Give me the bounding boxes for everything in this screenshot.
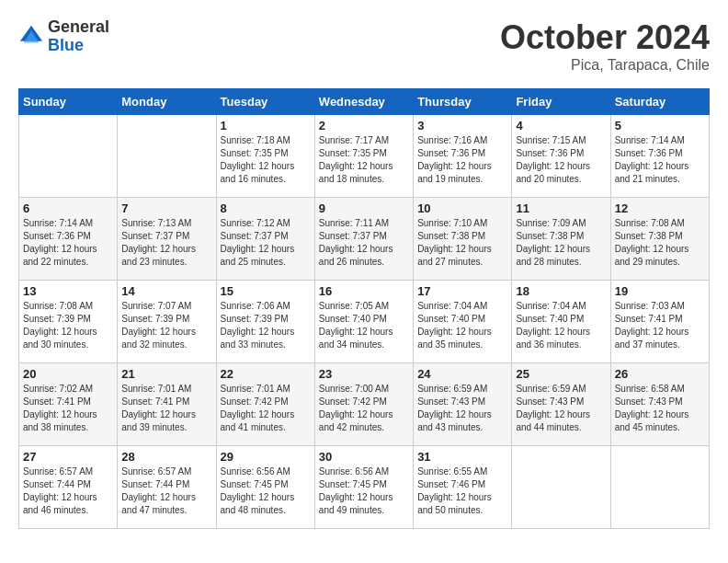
day-info: Sunrise: 7:17 AMSunset: 7:35 PMDaylight:… <box>319 134 409 186</box>
weekday-header-tuesday: Tuesday <box>216 89 314 115</box>
day-info: Sunrise: 7:14 AMSunset: 7:36 PMDaylight:… <box>615 134 705 186</box>
day-number: 5 <box>615 119 705 132</box>
calendar-cell: 16Sunrise: 7:05 AMSunset: 7:40 PMDayligh… <box>314 281 413 363</box>
day-number: 29 <box>221 450 311 464</box>
day-number: 17 <box>417 284 507 298</box>
day-info: Sunrise: 7:01 AMSunset: 7:41 PMDaylight:… <box>121 383 211 434</box>
day-info: Sunrise: 7:04 AMSunset: 7:40 PMDaylight:… <box>516 300 606 351</box>
calendar-week-4: 20Sunrise: 7:02 AMSunset: 7:41 PMDayligh… <box>19 363 710 446</box>
calendar-cell: 28Sunrise: 6:57 AMSunset: 7:44 PMDayligh… <box>118 446 216 529</box>
day-info: Sunrise: 7:03 AMSunset: 7:41 PMDaylight:… <box>615 300 705 351</box>
weekday-header-thursday: Thursday <box>414 89 512 115</box>
day-number: 3 <box>417 119 507 132</box>
day-number: 13 <box>23 284 113 298</box>
day-info: Sunrise: 7:16 AMSunset: 7:36 PMDaylight:… <box>417 134 507 186</box>
calendar-cell <box>19 115 118 198</box>
logo-text: General Blue <box>48 18 109 55</box>
calendar-cell: 23Sunrise: 7:00 AMSunset: 7:42 PMDayligh… <box>314 363 413 446</box>
calendar-cell: 3Sunrise: 7:16 AMSunset: 7:36 PMDaylight… <box>414 115 512 198</box>
day-number: 30 <box>319 450 409 464</box>
day-number: 25 <box>516 367 606 381</box>
day-number: 22 <box>221 367 311 381</box>
day-info: Sunrise: 7:14 AMSunset: 7:36 PMDaylight:… <box>23 217 113 269</box>
day-number: 2 <box>319 119 409 132</box>
calendar-week-2: 6Sunrise: 7:14 AMSunset: 7:36 PMDaylight… <box>19 198 710 281</box>
calendar-cell: 1Sunrise: 7:18 AMSunset: 7:35 PMDaylight… <box>216 115 314 198</box>
day-number: 4 <box>516 119 606 132</box>
calendar-cell <box>512 446 610 529</box>
day-number: 8 <box>221 201 311 215</box>
calendar-cell: 15Sunrise: 7:06 AMSunset: 7:39 PMDayligh… <box>216 281 314 363</box>
weekday-header-friday: Friday <box>512 89 610 115</box>
day-number: 6 <box>23 201 113 215</box>
day-number: 24 <box>417 367 507 381</box>
weekday-header-monday: Monday <box>118 89 216 115</box>
day-info: Sunrise: 7:02 AMSunset: 7:41 PMDaylight:… <box>23 383 113 434</box>
calendar-cell: 6Sunrise: 7:14 AMSunset: 7:36 PMDaylight… <box>19 198 118 281</box>
calendar-week-3: 13Sunrise: 7:08 AMSunset: 7:39 PMDayligh… <box>19 281 710 363</box>
day-number: 20 <box>23 367 113 381</box>
logo-general: General <box>48 18 109 37</box>
day-info: Sunrise: 7:07 AMSunset: 7:39 PMDaylight:… <box>121 300 211 351</box>
day-info: Sunrise: 7:06 AMSunset: 7:39 PMDaylight:… <box>221 300 311 351</box>
day-number: 12 <box>615 201 705 215</box>
calendar-cell: 8Sunrise: 7:12 AMSunset: 7:37 PMDaylight… <box>216 198 314 281</box>
day-info: Sunrise: 7:13 AMSunset: 7:37 PMDaylight:… <box>121 217 211 269</box>
weekday-header-wednesday: Wednesday <box>314 89 413 115</box>
day-number: 27 <box>23 450 113 464</box>
day-number: 21 <box>121 367 211 381</box>
weekday-header-row: SundayMondayTuesdayWednesdayThursdayFrid… <box>19 89 710 115</box>
day-info: Sunrise: 6:55 AMSunset: 7:46 PMDaylight:… <box>417 465 507 517</box>
calendar-cell: 4Sunrise: 7:15 AMSunset: 7:36 PMDaylight… <box>512 115 610 198</box>
location-subtitle: Pica, Tarapaca, Chile <box>500 57 710 74</box>
day-info: Sunrise: 7:10 AMSunset: 7:38 PMDaylight:… <box>417 217 507 269</box>
day-number: 1 <box>221 119 311 132</box>
calendar-week-1: 1Sunrise: 7:18 AMSunset: 7:35 PMDaylight… <box>19 115 710 198</box>
day-info: Sunrise: 7:05 AMSunset: 7:40 PMDaylight:… <box>319 300 409 351</box>
day-info: Sunrise: 6:57 AMSunset: 7:44 PMDaylight:… <box>121 465 211 517</box>
title-block: October 2024 Pica, Tarapaca, Chile <box>500 18 710 74</box>
month-title: October 2024 <box>500 18 710 57</box>
calendar-cell: 31Sunrise: 6:55 AMSunset: 7:46 PMDayligh… <box>414 446 512 529</box>
calendar-cell: 7Sunrise: 7:13 AMSunset: 7:37 PMDaylight… <box>118 198 216 281</box>
day-number: 31 <box>417 450 507 464</box>
weekday-header-sunday: Sunday <box>19 89 118 115</box>
calendar-cell <box>118 115 216 198</box>
day-number: 18 <box>516 284 606 298</box>
calendar-cell: 17Sunrise: 7:04 AMSunset: 7:40 PMDayligh… <box>414 281 512 363</box>
day-info: Sunrise: 7:18 AMSunset: 7:35 PMDaylight:… <box>221 134 311 186</box>
calendar-cell: 24Sunrise: 6:59 AMSunset: 7:43 PMDayligh… <box>414 363 512 446</box>
day-info: Sunrise: 6:59 AMSunset: 7:43 PMDaylight:… <box>417 383 507 434</box>
calendar-cell: 9Sunrise: 7:11 AMSunset: 7:37 PMDaylight… <box>314 198 413 281</box>
logo-blue: Blue <box>48 37 109 55</box>
day-info: Sunrise: 7:12 AMSunset: 7:37 PMDaylight:… <box>221 217 311 269</box>
calendar-cell: 30Sunrise: 6:56 AMSunset: 7:45 PMDayligh… <box>314 446 413 529</box>
calendar-cell: 11Sunrise: 7:09 AMSunset: 7:38 PMDayligh… <box>512 198 610 281</box>
calendar-cell: 21Sunrise: 7:01 AMSunset: 7:41 PMDayligh… <box>118 363 216 446</box>
calendar-cell: 19Sunrise: 7:03 AMSunset: 7:41 PMDayligh… <box>610 281 709 363</box>
calendar-cell: 5Sunrise: 7:14 AMSunset: 7:36 PMDaylight… <box>610 115 709 198</box>
calendar-cell: 29Sunrise: 6:56 AMSunset: 7:45 PMDayligh… <box>216 446 314 529</box>
day-number: 10 <box>417 201 507 215</box>
day-number: 19 <box>615 284 705 298</box>
calendar-cell: 13Sunrise: 7:08 AMSunset: 7:39 PMDayligh… <box>19 281 118 363</box>
day-info: Sunrise: 6:57 AMSunset: 7:44 PMDaylight:… <box>23 465 113 517</box>
day-info: Sunrise: 7:01 AMSunset: 7:42 PMDaylight:… <box>221 383 311 434</box>
day-info: Sunrise: 6:58 AMSunset: 7:43 PMDaylight:… <box>615 383 705 434</box>
day-info: Sunrise: 6:56 AMSunset: 7:45 PMDaylight:… <box>221 465 311 517</box>
day-info: Sunrise: 6:56 AMSunset: 7:45 PMDaylight:… <box>319 465 409 517</box>
calendar-cell: 22Sunrise: 7:01 AMSunset: 7:42 PMDayligh… <box>216 363 314 446</box>
calendar-cell: 26Sunrise: 6:58 AMSunset: 7:43 PMDayligh… <box>610 363 709 446</box>
calendar-week-5: 27Sunrise: 6:57 AMSunset: 7:44 PMDayligh… <box>19 446 710 529</box>
calendar-cell: 10Sunrise: 7:10 AMSunset: 7:38 PMDayligh… <box>414 198 512 281</box>
calendar-cell: 12Sunrise: 7:08 AMSunset: 7:38 PMDayligh… <box>610 198 709 281</box>
day-number: 23 <box>319 367 409 381</box>
logo-icon <box>18 24 44 50</box>
day-number: 28 <box>121 450 211 464</box>
calendar-cell: 25Sunrise: 6:59 AMSunset: 7:43 PMDayligh… <box>512 363 610 446</box>
calendar-cell: 20Sunrise: 7:02 AMSunset: 7:41 PMDayligh… <box>19 363 118 446</box>
day-number: 9 <box>319 201 409 215</box>
page-header: General Blue October 2024 Pica, Tarapaca… <box>18 18 710 74</box>
calendar-cell: 18Sunrise: 7:04 AMSunset: 7:40 PMDayligh… <box>512 281 610 363</box>
day-info: Sunrise: 6:59 AMSunset: 7:43 PMDaylight:… <box>516 383 606 434</box>
